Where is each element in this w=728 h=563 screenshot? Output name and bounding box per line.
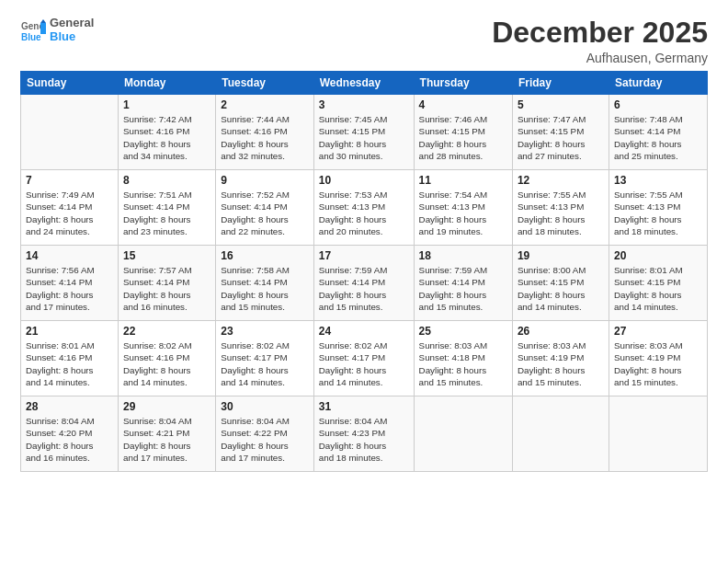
day-info: Sunrise: 8:04 AMSunset: 4:20 PMDaylight:… [26,415,113,464]
day-info: Sunrise: 8:04 AMSunset: 4:23 PMDaylight:… [319,415,409,464]
day-info: Sunrise: 7:46 AMSunset: 4:15 PMDaylight:… [419,113,507,162]
calendar-cell: 5Sunrise: 7:47 AMSunset: 4:15 PMDaylight… [512,95,609,170]
day-info: Sunrise: 8:04 AMSunset: 4:22 PMDaylight:… [221,415,309,464]
logo-general-text: General [50,17,94,30]
day-number: 26 [518,325,604,338]
day-info: Sunrise: 8:03 AMSunset: 4:19 PMDaylight:… [614,339,702,388]
calendar-cell [609,396,707,472]
day-info: Sunrise: 8:03 AMSunset: 4:18 PMDaylight:… [419,339,507,388]
calendar-week-row: 28Sunrise: 8:04 AMSunset: 4:20 PMDayligh… [21,396,708,472]
day-number: 6 [614,98,702,111]
day-number: 24 [319,325,409,338]
day-number: 25 [419,325,507,338]
calendar-cell: 29Sunrise: 8:04 AMSunset: 4:21 PMDayligh… [118,396,215,472]
calendar-week-row: 14Sunrise: 7:56 AMSunset: 4:14 PMDayligh… [21,246,708,321]
day-number: 11 [419,174,507,187]
page: General Blue General Blue December 2025 … [0,0,728,563]
calendar-cell [21,95,119,170]
calendar-cell: 30Sunrise: 8:04 AMSunset: 4:22 PMDayligh… [216,396,314,472]
calendar-cell: 21Sunrise: 8:01 AMSunset: 4:16 PMDayligh… [21,321,119,396]
day-number: 18 [419,249,507,262]
header: General Blue General Blue December 2025 … [20,17,708,65]
calendar-cell: 27Sunrise: 8:03 AMSunset: 4:19 PMDayligh… [609,321,707,396]
day-info: Sunrise: 8:03 AMSunset: 4:19 PMDaylight:… [518,339,604,388]
weekday-header: Thursday [414,72,512,95]
day-number: 17 [319,249,409,262]
day-info: Sunrise: 8:01 AMSunset: 4:15 PMDaylight:… [614,264,702,313]
day-info: Sunrise: 7:48 AMSunset: 4:14 PMDaylight:… [614,113,702,162]
day-number: 13 [614,174,702,187]
calendar-header-row: SundayMondayTuesdayWednesdayThursdayFrid… [21,72,708,95]
day-number: 30 [221,400,309,413]
calendar-cell [414,396,512,472]
day-number: 22 [123,325,210,338]
calendar-cell [512,396,609,472]
calendar: SundayMondayTuesdayWednesdayThursdayFrid… [20,71,708,472]
day-number: 8 [123,174,210,187]
day-info: Sunrise: 8:04 AMSunset: 4:21 PMDaylight:… [123,415,210,464]
day-info: Sunrise: 7:59 AMSunset: 4:14 PMDaylight:… [319,264,409,313]
day-number: 31 [319,400,409,413]
calendar-cell: 28Sunrise: 8:04 AMSunset: 4:20 PMDayligh… [21,396,119,472]
day-info: Sunrise: 7:52 AMSunset: 4:14 PMDaylight:… [221,189,309,237]
day-info: Sunrise: 7:45 AMSunset: 4:15 PMDaylight:… [319,113,409,162]
calendar-week-row: 21Sunrise: 8:01 AMSunset: 4:16 PMDayligh… [21,321,708,396]
calendar-cell: 6Sunrise: 7:48 AMSunset: 4:14 PMDaylight… [609,95,707,170]
calendar-cell: 22Sunrise: 8:02 AMSunset: 4:16 PMDayligh… [118,321,215,396]
day-info: Sunrise: 8:00 AMSunset: 4:15 PMDaylight:… [518,264,604,313]
day-number: 7 [26,174,113,187]
calendar-cell: 3Sunrise: 7:45 AMSunset: 4:15 PMDaylight… [313,95,414,170]
calendar-cell: 16Sunrise: 7:58 AMSunset: 4:14 PMDayligh… [216,246,314,321]
calendar-cell: 14Sunrise: 7:56 AMSunset: 4:14 PMDayligh… [21,246,119,321]
calendar-cell: 23Sunrise: 8:02 AMSunset: 4:17 PMDayligh… [216,321,314,396]
logo-blue-text: Blue [50,30,94,44]
day-number: 23 [221,325,309,338]
calendar-cell: 25Sunrise: 8:03 AMSunset: 4:18 PMDayligh… [414,321,512,396]
day-number: 28 [26,400,113,413]
day-info: Sunrise: 7:58 AMSunset: 4:14 PMDaylight:… [221,264,309,313]
weekday-header: Wednesday [313,72,414,95]
day-info: Sunrise: 7:49 AMSunset: 4:14 PMDaylight:… [26,189,113,237]
day-info: Sunrise: 7:53 AMSunset: 4:13 PMDaylight:… [319,189,409,237]
day-info: Sunrise: 8:02 AMSunset: 4:16 PMDaylight:… [123,339,210,388]
day-number: 12 [518,174,604,187]
calendar-cell: 24Sunrise: 8:02 AMSunset: 4:17 PMDayligh… [313,321,414,396]
calendar-cell: 13Sunrise: 7:55 AMSunset: 4:13 PMDayligh… [609,170,707,246]
day-number: 4 [419,98,507,111]
calendar-cell: 20Sunrise: 8:01 AMSunset: 4:15 PMDayligh… [609,246,707,321]
day-number: 3 [319,98,409,111]
day-info: Sunrise: 8:01 AMSunset: 4:16 PMDaylight:… [26,339,113,388]
svg-text:Blue: Blue [21,32,41,42]
day-number: 2 [221,98,309,111]
day-number: 21 [26,325,113,338]
calendar-cell: 18Sunrise: 7:59 AMSunset: 4:14 PMDayligh… [414,246,512,321]
calendar-cell: 12Sunrise: 7:55 AMSunset: 4:13 PMDayligh… [512,170,609,246]
calendar-cell: 15Sunrise: 7:57 AMSunset: 4:14 PMDayligh… [118,246,215,321]
weekday-header: Sunday [21,72,119,95]
calendar-cell: 2Sunrise: 7:44 AMSunset: 4:16 PMDaylight… [216,95,314,170]
day-info: Sunrise: 7:51 AMSunset: 4:14 PMDaylight:… [123,189,210,237]
calendar-cell: 10Sunrise: 7:53 AMSunset: 4:13 PMDayligh… [313,170,414,246]
calendar-cell: 17Sunrise: 7:59 AMSunset: 4:14 PMDayligh… [313,246,414,321]
day-number: 19 [518,249,604,262]
day-number: 16 [221,249,309,262]
weekday-header: Friday [512,72,609,95]
day-info: Sunrise: 7:55 AMSunset: 4:13 PMDaylight:… [518,189,604,237]
day-number: 14 [26,249,113,262]
day-number: 1 [123,98,210,111]
weekday-header: Monday [118,72,215,95]
month-title: December 2025 [492,17,708,49]
location: Aufhausen, Germany [492,51,708,65]
calendar-cell: 19Sunrise: 8:00 AMSunset: 4:15 PMDayligh… [512,246,609,321]
calendar-cell: 7Sunrise: 7:49 AMSunset: 4:14 PMDaylight… [21,170,119,246]
day-info: Sunrise: 7:56 AMSunset: 4:14 PMDaylight:… [26,264,113,313]
logo: General Blue General Blue [20,17,94,44]
calendar-cell: 9Sunrise: 7:52 AMSunset: 4:14 PMDaylight… [216,170,314,246]
day-info: Sunrise: 7:47 AMSunset: 4:15 PMDaylight:… [518,113,604,162]
weekday-header: Tuesday [216,72,314,95]
calendar-week-row: 1Sunrise: 7:42 AMSunset: 4:16 PMDaylight… [21,95,708,170]
day-info: Sunrise: 8:02 AMSunset: 4:17 PMDaylight:… [221,339,309,388]
day-info: Sunrise: 7:44 AMSunset: 4:16 PMDaylight:… [221,113,309,162]
title-block: December 2025 Aufhausen, Germany [492,17,708,65]
logo-icon: General Blue [20,17,46,43]
